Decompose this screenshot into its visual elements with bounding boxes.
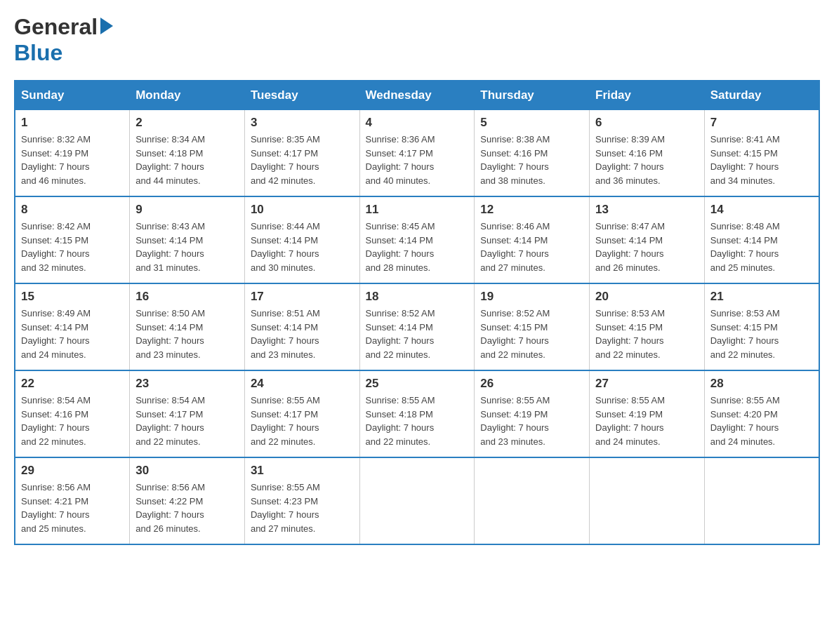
day-number: 1 bbox=[21, 116, 124, 130]
day-info: Sunrise: 8:49 AMSunset: 4:14 PMDaylight:… bbox=[21, 307, 124, 361]
day-info: Sunrise: 8:41 AMSunset: 4:15 PMDaylight:… bbox=[710, 133, 813, 187]
day-number: 28 bbox=[710, 377, 813, 391]
day-number: 25 bbox=[366, 377, 469, 391]
calendar-cell: 9Sunrise: 8:43 AMSunset: 4:14 PMDaylight… bbox=[130, 196, 245, 283]
logo-blue-text: Blue bbox=[14, 40, 62, 65]
column-header-wednesday: Wednesday bbox=[359, 81, 475, 110]
day-number: 12 bbox=[480, 203, 583, 217]
day-info: Sunrise: 8:35 AMSunset: 4:17 PMDaylight:… bbox=[251, 133, 354, 187]
day-info: Sunrise: 8:42 AMSunset: 4:15 PMDaylight:… bbox=[21, 220, 124, 274]
calendar-cell: 11Sunrise: 8:45 AMSunset: 4:14 PMDayligh… bbox=[359, 196, 475, 283]
calendar-cell: 20Sunrise: 8:53 AMSunset: 4:15 PMDayligh… bbox=[590, 283, 705, 370]
day-number: 14 bbox=[710, 203, 813, 217]
day-info: Sunrise: 8:32 AMSunset: 4:19 PMDaylight:… bbox=[21, 133, 124, 187]
calendar-cell bbox=[359, 457, 475, 544]
day-number: 4 bbox=[366, 116, 469, 130]
day-info: Sunrise: 8:36 AMSunset: 4:17 PMDaylight:… bbox=[366, 133, 469, 187]
calendar-cell: 22Sunrise: 8:54 AMSunset: 4:16 PMDayligh… bbox=[15, 370, 130, 457]
calendar-cell bbox=[475, 457, 590, 544]
calendar-cell: 16Sunrise: 8:50 AMSunset: 4:14 PMDayligh… bbox=[130, 283, 245, 370]
column-header-tuesday: Tuesday bbox=[244, 81, 359, 110]
calendar-cell: 27Sunrise: 8:55 AMSunset: 4:19 PMDayligh… bbox=[590, 370, 705, 457]
calendar-cell: 15Sunrise: 8:49 AMSunset: 4:14 PMDayligh… bbox=[15, 283, 130, 370]
logo: General Blue bbox=[14, 14, 113, 66]
day-number: 15 bbox=[21, 290, 124, 304]
calendar-cell: 17Sunrise: 8:51 AMSunset: 4:14 PMDayligh… bbox=[244, 283, 359, 370]
day-number: 7 bbox=[710, 116, 813, 130]
day-number: 30 bbox=[135, 464, 239, 478]
day-info: Sunrise: 8:46 AMSunset: 4:14 PMDaylight:… bbox=[480, 220, 583, 274]
day-number: 2 bbox=[135, 116, 239, 130]
day-info: Sunrise: 8:53 AMSunset: 4:15 PMDaylight:… bbox=[595, 307, 699, 361]
calendar-body: 1Sunrise: 8:32 AMSunset: 4:19 PMDaylight… bbox=[15, 110, 819, 545]
column-header-saturday: Saturday bbox=[704, 81, 819, 110]
day-info: Sunrise: 8:45 AMSunset: 4:14 PMDaylight:… bbox=[366, 220, 469, 274]
calendar-cell: 8Sunrise: 8:42 AMSunset: 4:15 PMDaylight… bbox=[15, 196, 130, 283]
calendar-week-row: 1Sunrise: 8:32 AMSunset: 4:19 PMDaylight… bbox=[15, 110, 819, 197]
page-header: General Blue bbox=[14, 14, 820, 66]
logo-arrow-icon bbox=[100, 18, 113, 34]
calendar-cell: 24Sunrise: 8:55 AMSunset: 4:17 PMDayligh… bbox=[244, 370, 359, 457]
day-number: 9 bbox=[135, 203, 239, 217]
day-number: 19 bbox=[480, 290, 583, 304]
calendar-cell: 23Sunrise: 8:54 AMSunset: 4:17 PMDayligh… bbox=[130, 370, 245, 457]
calendar-cell bbox=[704, 457, 819, 544]
calendar-cell: 7Sunrise: 8:41 AMSunset: 4:15 PMDaylight… bbox=[704, 110, 819, 197]
day-number: 20 bbox=[595, 290, 699, 304]
calendar-table: SundayMondayTuesdayWednesdayThursdayFrid… bbox=[14, 80, 820, 545]
day-number: 31 bbox=[251, 464, 354, 478]
column-header-sunday: Sunday bbox=[15, 81, 130, 110]
day-number: 18 bbox=[366, 290, 469, 304]
day-info: Sunrise: 8:55 AMSunset: 4:20 PMDaylight:… bbox=[710, 394, 813, 448]
day-number: 26 bbox=[480, 377, 583, 391]
column-header-friday: Friday bbox=[590, 81, 705, 110]
day-info: Sunrise: 8:55 AMSunset: 4:17 PMDaylight:… bbox=[251, 394, 354, 448]
calendar-week-row: 22Sunrise: 8:54 AMSunset: 4:16 PMDayligh… bbox=[15, 370, 819, 457]
calendar-header-row: SundayMondayTuesdayWednesdayThursdayFrid… bbox=[15, 81, 819, 110]
calendar-week-row: 29Sunrise: 8:56 AMSunset: 4:21 PMDayligh… bbox=[15, 457, 819, 544]
day-number: 11 bbox=[366, 203, 469, 217]
calendar-cell: 29Sunrise: 8:56 AMSunset: 4:21 PMDayligh… bbox=[15, 457, 130, 544]
calendar-cell: 26Sunrise: 8:55 AMSunset: 4:19 PMDayligh… bbox=[475, 370, 590, 457]
day-info: Sunrise: 8:34 AMSunset: 4:18 PMDaylight:… bbox=[135, 133, 239, 187]
day-info: Sunrise: 8:55 AMSunset: 4:19 PMDaylight:… bbox=[595, 394, 699, 448]
day-info: Sunrise: 8:56 AMSunset: 4:22 PMDaylight:… bbox=[135, 481, 239, 535]
day-number: 24 bbox=[251, 377, 354, 391]
calendar-cell: 30Sunrise: 8:56 AMSunset: 4:22 PMDayligh… bbox=[130, 457, 245, 544]
day-info: Sunrise: 8:44 AMSunset: 4:14 PMDaylight:… bbox=[251, 220, 354, 274]
day-number: 3 bbox=[251, 116, 354, 130]
day-info: Sunrise: 8:52 AMSunset: 4:15 PMDaylight:… bbox=[480, 307, 583, 361]
calendar-cell: 18Sunrise: 8:52 AMSunset: 4:14 PMDayligh… bbox=[359, 283, 475, 370]
day-number: 23 bbox=[135, 377, 239, 391]
day-info: Sunrise: 8:55 AMSunset: 4:18 PMDaylight:… bbox=[366, 394, 469, 448]
day-info: Sunrise: 8:50 AMSunset: 4:14 PMDaylight:… bbox=[135, 307, 239, 361]
day-info: Sunrise: 8:48 AMSunset: 4:14 PMDaylight:… bbox=[710, 220, 813, 274]
day-info: Sunrise: 8:53 AMSunset: 4:15 PMDaylight:… bbox=[710, 307, 813, 361]
logo-general-text: General bbox=[14, 14, 98, 40]
day-number: 17 bbox=[251, 290, 354, 304]
day-info: Sunrise: 8:56 AMSunset: 4:21 PMDaylight:… bbox=[21, 481, 124, 535]
calendar-cell: 5Sunrise: 8:38 AMSunset: 4:16 PMDaylight… bbox=[475, 110, 590, 197]
day-info: Sunrise: 8:52 AMSunset: 4:14 PMDaylight:… bbox=[366, 307, 469, 361]
calendar-cell: 1Sunrise: 8:32 AMSunset: 4:19 PMDaylight… bbox=[15, 110, 130, 197]
calendar-cell: 28Sunrise: 8:55 AMSunset: 4:20 PMDayligh… bbox=[704, 370, 819, 457]
calendar-cell: 3Sunrise: 8:35 AMSunset: 4:17 PMDaylight… bbox=[244, 110, 359, 197]
calendar-cell: 14Sunrise: 8:48 AMSunset: 4:14 PMDayligh… bbox=[704, 196, 819, 283]
calendar-cell: 2Sunrise: 8:34 AMSunset: 4:18 PMDaylight… bbox=[130, 110, 245, 197]
day-info: Sunrise: 8:54 AMSunset: 4:17 PMDaylight:… bbox=[135, 394, 239, 448]
day-info: Sunrise: 8:39 AMSunset: 4:16 PMDaylight:… bbox=[595, 133, 699, 187]
calendar-cell: 31Sunrise: 8:55 AMSunset: 4:23 PMDayligh… bbox=[244, 457, 359, 544]
day-info: Sunrise: 8:51 AMSunset: 4:14 PMDaylight:… bbox=[251, 307, 354, 361]
column-header-monday: Monday bbox=[130, 81, 245, 110]
calendar-cell: 12Sunrise: 8:46 AMSunset: 4:14 PMDayligh… bbox=[475, 196, 590, 283]
day-number: 8 bbox=[21, 203, 124, 217]
day-number: 6 bbox=[595, 116, 699, 130]
day-number: 27 bbox=[595, 377, 699, 391]
calendar-cell: 21Sunrise: 8:53 AMSunset: 4:15 PMDayligh… bbox=[704, 283, 819, 370]
calendar-week-row: 15Sunrise: 8:49 AMSunset: 4:14 PMDayligh… bbox=[15, 283, 819, 370]
day-number: 22 bbox=[21, 377, 124, 391]
day-info: Sunrise: 8:38 AMSunset: 4:16 PMDaylight:… bbox=[480, 133, 583, 187]
calendar-cell: 25Sunrise: 8:55 AMSunset: 4:18 PMDayligh… bbox=[359, 370, 475, 457]
column-header-thursday: Thursday bbox=[475, 81, 590, 110]
day-info: Sunrise: 8:55 AMSunset: 4:23 PMDaylight:… bbox=[251, 481, 354, 535]
